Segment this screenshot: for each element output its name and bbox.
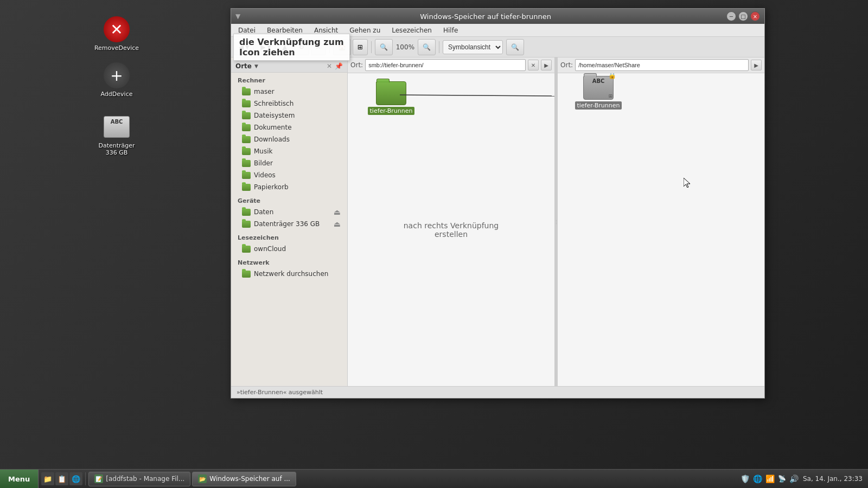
sidebar-item-musik[interactable]: Musik [231, 145, 347, 157]
desktop-icon-remove-device[interactable]: ✕ RemoveDevice [95, 14, 138, 54]
orte-pin-icon: 📌 [335, 62, 343, 70]
menu-label: Menu [8, 475, 30, 483]
quicklaunch-btn2[interactable]: 📋 [55, 472, 68, 485]
left-address-nav[interactable]: ▶ [541, 60, 552, 70]
network-badge-icon: ⊞ [608, 93, 612, 99]
taskbar-item-addfstab[interactable]: 📝 [addfstab - Manage Fil... [88, 472, 190, 486]
search-icon: 🔍 [511, 43, 519, 51]
datentraeger-item-inner: Datenträger 336 GB [242, 220, 320, 228]
view-mode-select[interactable]: Symbolansicht [443, 40, 503, 54]
new-tab-button[interactable]: ⊞ [353, 39, 368, 55]
folder-icon-bilder [242, 159, 251, 168]
sidebar-item-papierkorb[interactable]: Papierkorb [231, 181, 347, 193]
sidebar-item-dateisystem[interactable]: Dateisystem [231, 110, 347, 121]
right-address-input[interactable] [575, 59, 749, 71]
sidebar-label-netzwerk: Netzwerk durchsuchen [254, 270, 328, 278]
menu-lesezeichen[interactable]: Lesezeichen [387, 25, 436, 35]
taskbar-menu-button[interactable]: Menu [0, 470, 39, 488]
close-button[interactable]: × [750, 11, 760, 21]
quicklaunch-icon1: 📁 [43, 475, 52, 483]
windows-speicher-icon: 📂 [198, 474, 207, 483]
quicklaunch-btn3[interactable]: 🌐 [69, 472, 82, 485]
add-plus-icon: + [104, 62, 130, 88]
taskbar-label-windows-speicher: Windows-Speicher auf ... [209, 475, 290, 483]
desktop-icon-datentraeger[interactable]: Datenträger 336 GB [95, 111, 138, 159]
sidebar-label-datentraeger: Datenträger 336 GB [254, 220, 320, 228]
sidebar-label-daten: Daten [254, 208, 273, 216]
drag-hint-line1: die Verknüpfung zum [239, 37, 344, 47]
drag-hint-line2: Icon ziehen [239, 47, 344, 57]
taskbar-items: 📝 [addfstab - Manage Fil... 📂 Windows-Sp… [86, 472, 735, 486]
taskbar-right: 🛡️ 🌐 📶 📡 🔊 Sa, 14. Jan., 23:33 [735, 474, 868, 483]
taskbar: Menu 📁 📋 🌐 📝 [addfstab - Manage Fil... 📂… [0, 469, 868, 488]
left-address-input[interactable] [365, 59, 526, 71]
remove-x-icon: ✕ [104, 16, 130, 42]
sidebar-item-downloads[interactable]: Downloads [231, 133, 347, 145]
sidebar-item-netzwerk[interactable]: Netzwerk durchsuchen [231, 268, 347, 280]
minimize-button[interactable]: − [726, 11, 736, 21]
sidebar: Orte ▼ ✕ 📌 Rechner maser Schreibtisch [231, 57, 348, 386]
quicklaunch-icon3: 🌐 [72, 475, 80, 483]
left-pane-content: tiefer-Brunnen nach rechts Verknüpfung e… [348, 73, 554, 386]
maximize-button[interactable]: □ [738, 11, 748, 21]
folder-icon-papierkorb [242, 183, 251, 191]
orte-label: Orte [235, 62, 252, 70]
desktop: ✕ RemoveDevice + AddDevice Datenträger 3… [0, 0, 868, 488]
title-arrow: ▼ [235, 12, 240, 20]
orte-header[interactable]: Orte ▼ ✕ 📌 [231, 60, 347, 73]
zoom-level: 100% [394, 43, 416, 51]
right-pane-content: 🔒 ⊞ tiefer-Brunnen [558, 73, 764, 386]
eject-icon-datentraeger[interactable]: ⏏ [334, 220, 341, 228]
sidebar-item-videos[interactable]: Videos [231, 169, 347, 181]
shield-icon: 🛡️ [741, 474, 750, 483]
quicklaunch-btn1[interactable]: 📁 [41, 472, 54, 485]
sidebar-item-daten[interactable]: Daten ⏏ [231, 206, 347, 218]
desktop-icon-add-device[interactable]: + AddDevice [95, 60, 138, 100]
orte-close-icon[interactable]: ✕ [327, 62, 332, 70]
drag-hint: die Verknüpfung zum Icon ziehen [233, 34, 350, 61]
sidebar-label-dokumente: Dokumente [254, 124, 292, 131]
menu-gehen-zu[interactable]: Gehen zu [345, 25, 385, 35]
drive-img [104, 116, 130, 138]
sidebar-label-bilder: Bilder [254, 159, 273, 167]
main-content: Orte ▼ ✕ 📌 Rechner maser Schreibtisch [231, 57, 764, 386]
drive-icon [104, 114, 130, 140]
right-address-label: Ort: [560, 61, 573, 69]
sidebar-label-schreibtisch: Schreibtisch [254, 100, 293, 107]
section-lesezeichen: Lesezeichen [231, 230, 347, 243]
left-address-label: Ort: [350, 61, 363, 69]
sidebar-item-dokumente[interactable]: Dokumente [231, 121, 347, 133]
sidebar-item-bilder[interactable]: Bilder [231, 157, 347, 169]
sidebar-label-dateisystem: Dateisystem [254, 112, 295, 119]
folder-label-left: tiefer-Brunnen [368, 107, 415, 115]
menu-hilfe[interactable]: Hilfe [439, 25, 462, 35]
file-manager-window: ▼ Windows-Speicher auf tiefer-brunnen − … [231, 8, 765, 399]
eject-icon-daten[interactable]: ⏏ [334, 208, 341, 216]
panes-container: Ort: ✕ ▶ tiefer-Brunnen nach rec [348, 57, 764, 386]
drive-icon-daten [242, 208, 251, 216]
sidebar-label-papierkorb: Papierkorb [254, 183, 289, 191]
right-address-nav[interactable]: ▶ [751, 60, 762, 70]
sidebar-item-datentraeger[interactable]: Datenträger 336 GB ⏏ [231, 218, 347, 230]
zoom-in-button[interactable]: 🔍 [418, 39, 436, 55]
sidebar-item-owncloud[interactable]: ownCloud [231, 243, 347, 255]
zoom-out-button[interactable]: 🔍 [375, 39, 393, 55]
search-button[interactable]: 🔍 [506, 39, 524, 55]
drag-action-text: nach rechts Verknüpfung erstellen [404, 221, 499, 239]
system-tray: 🛡️ 🌐 📶 📡 🔊 [741, 474, 799, 483]
network-icon: 🌐 [753, 474, 762, 483]
folder-body-left [376, 81, 406, 105]
folder-label-right: tiefer-Brunnen [575, 101, 622, 110]
left-pane-center-text: nach rechts Verknüpfung erstellen [399, 221, 503, 239]
left-pane-folder-tiefer-brunnen[interactable]: tiefer-Brunnen [369, 81, 413, 115]
title-bar: ▼ Windows-Speicher auf tiefer-brunnen − … [231, 9, 764, 24]
left-address-clear[interactable]: ✕ [528, 60, 539, 70]
sidebar-item-schreibtisch[interactable]: Schreibtisch [231, 98, 347, 110]
sidebar-item-maser[interactable]: maser [231, 86, 347, 98]
taskbar-item-windows-speicher[interactable]: 📂 Windows-Speicher auf ... [192, 472, 296, 486]
quick-launch: 📁 📋 🌐 [39, 472, 86, 485]
right-pane-folder-tiefer-brunnen[interactable]: 🔒 ⊞ tiefer-Brunnen [577, 76, 620, 110]
sidebar-label-maser: maser [254, 88, 275, 95]
status-text: »tiefer-Brunnen« ausgewählt [237, 389, 323, 396]
folder-icon-netzwerk [242, 269, 251, 278]
